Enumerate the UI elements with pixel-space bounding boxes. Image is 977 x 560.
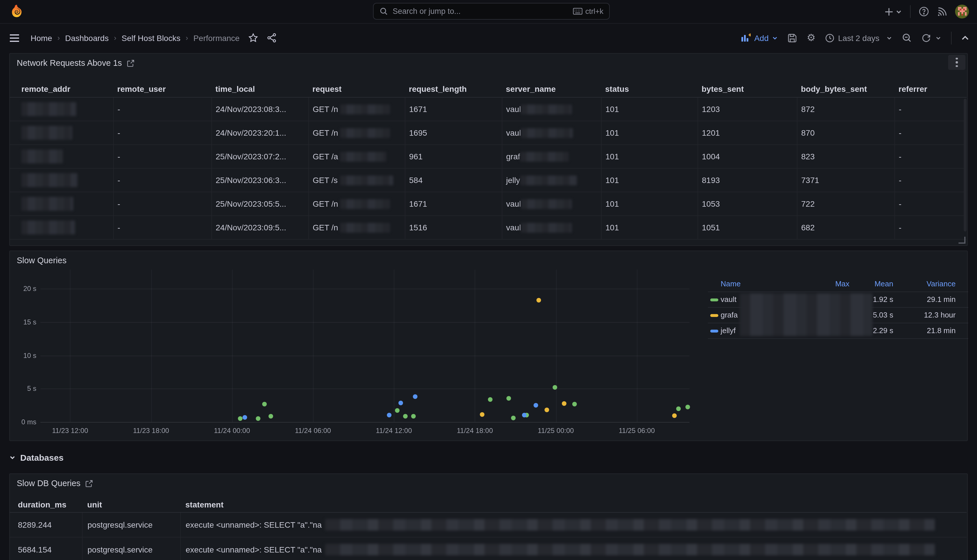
scatter-point-vault[interactable] [403, 414, 408, 418]
x-axis-tick-label: 11/23 12:00 [44, 427, 96, 435]
legend-mean-value: 2.29 s [873, 326, 893, 335]
panel-menu-kebab-icon[interactable] [948, 55, 965, 70]
zoom-out-time-icon[interactable] [902, 33, 912, 43]
legend-header-mean[interactable]: Mean [875, 279, 893, 288]
table-row: -25/Nov/2023:05:5...GET /n 1671vaul10110… [10, 192, 967, 216]
user-avatar[interactable] [955, 5, 969, 18]
topbar-right-actions [885, 0, 969, 23]
breadcrumb-item-dashboards[interactable]: Dashboards [65, 33, 108, 42]
add-panel-button[interactable]: Add [741, 33, 778, 42]
redacted-legend-names [740, 293, 872, 336]
breadcrumb-item-performance: Performance [193, 33, 240, 42]
column-header-request[interactable]: request [308, 80, 405, 97]
scatter-point-vault[interactable] [268, 414, 273, 418]
help-icon[interactable] [919, 7, 929, 17]
y-axis-tick-label: 5 s [13, 385, 37, 393]
gridline-vertical [394, 270, 394, 422]
table-row: -25/Nov/2023:07:2...GET /a 961graf101100… [10, 145, 967, 168]
scatter-point-grafana[interactable] [544, 408, 549, 412]
column-header-referrer[interactable]: referrer [894, 80, 967, 97]
scatter-point-grafana[interactable] [480, 412, 484, 417]
grafana-dashboard: Search or jump to... ctrl+k [0, 0, 977, 560]
column-header-server_name[interactable]: server_name [502, 80, 601, 97]
column-header-bytes_sent[interactable]: bytes_sent [697, 80, 797, 97]
scatter-point-vault[interactable] [511, 416, 516, 421]
collapse-topbar-caret-icon[interactable] [961, 35, 969, 40]
scatter-point-grafana[interactable] [672, 413, 677, 418]
redacted-text [340, 104, 390, 114]
breadcrumb-item-home[interactable]: Home [31, 33, 52, 42]
top-navbar: Search or jump to... ctrl+k [0, 0, 977, 24]
scatter-point-grafana[interactable] [536, 298, 541, 303]
redacted-text [520, 175, 577, 185]
column-header-unit[interactable]: unit [82, 497, 180, 512]
row-section-databases[interactable]: Databases [9, 450, 63, 464]
external-link-icon[interactable] [127, 59, 135, 67]
gridline-vertical [151, 270, 152, 422]
redacted-text [340, 199, 390, 209]
legend-series-name[interactable]: jellyf [720, 326, 736, 335]
legend-series-name[interactable]: vault [720, 295, 737, 304]
grafana-logo-icon[interactable] [9, 4, 24, 19]
panel-title[interactable]: Slow DB Queries [17, 478, 93, 488]
scatter-point-vault[interactable] [256, 416, 261, 421]
scatter-point-vault[interactable] [395, 408, 400, 413]
panel-resize-handle[interactable] [959, 237, 965, 243]
column-header-statement[interactable]: statement [180, 497, 967, 512]
column-header-body_bytes_sent[interactable]: body_bytes_sent [797, 80, 894, 97]
legend-header-max[interactable]: Max [835, 279, 849, 288]
breadcrumb-separator: › [57, 33, 60, 42]
external-link-icon[interactable] [86, 480, 93, 487]
scatter-point-vault[interactable] [685, 405, 690, 409]
scatter-point-jellyfin[interactable] [387, 413, 392, 418]
legend-header-variance[interactable]: Variance [927, 279, 955, 288]
new-item-button[interactable] [885, 7, 902, 16]
x-axis-tick-label: 11/24 00:00 [206, 427, 258, 435]
scatter-point-vault[interactable] [676, 407, 681, 411]
menu-hamburger-icon[interactable] [9, 34, 20, 42]
column-header-duration_ms[interactable]: duration_ms [10, 497, 82, 512]
redacted-text [22, 220, 75, 234]
refresh-button[interactable] [922, 33, 941, 42]
share-icon[interactable] [267, 33, 277, 43]
gridline-vertical [313, 270, 313, 422]
redacted-text [521, 128, 573, 138]
dashboard-settings-gear-icon[interactable]: ⚙ [807, 32, 815, 44]
column-header-request_length[interactable]: request_length [405, 80, 502, 97]
save-dashboard-button[interactable] [788, 33, 797, 42]
search-input[interactable]: Search or jump to... ctrl+k [373, 3, 610, 20]
scatter-point-jellyfin[interactable] [534, 403, 539, 407]
column-header-remote_user[interactable]: remote_user [113, 80, 211, 97]
scatter-point-jellyfin[interactable] [242, 415, 247, 420]
topbar-divider [910, 5, 910, 18]
column-header-time_local[interactable]: time_local [211, 80, 308, 97]
scatter-point-vault[interactable] [572, 402, 577, 406]
news-rss-icon[interactable] [937, 7, 947, 17]
table-header-row: remote_addrremote_usertime_localrequestr… [10, 80, 967, 97]
scatter-point-grafana[interactable] [562, 401, 567, 406]
scatter-point-vault[interactable] [411, 414, 416, 418]
legend-header-name[interactable]: Name [720, 279, 740, 288]
search-shortcut: ctrl+k [572, 7, 604, 16]
star-favorite-icon[interactable] [248, 33, 258, 43]
scatter-point-vault[interactable] [507, 396, 511, 401]
column-header-status[interactable]: status [601, 80, 697, 97]
panel-title[interactable]: Network Requests Above 1s [17, 58, 135, 68]
table-row: -24/Nov/2023:20:1...GET /n 1695vaul10112… [10, 121, 967, 145]
scatter-point-vault[interactable] [238, 416, 242, 421]
gridline-vertical [232, 270, 233, 422]
gridline-vertical [556, 270, 556, 422]
y-axis-tick-label: 0 ms [13, 418, 37, 426]
time-range-picker[interactable]: Last 2 days [825, 33, 892, 42]
scatter-point-vault[interactable] [262, 402, 267, 406]
column-header-remote_addr[interactable]: remote_addr [10, 80, 113, 97]
table-scrollbar[interactable] [964, 99, 967, 232]
scatter-point-jellyfin[interactable] [413, 394, 417, 399]
chevron-down-icon [772, 35, 778, 41]
scatter-point-vault[interactable] [488, 397, 493, 402]
legend-series-name[interactable]: grafa [720, 311, 738, 319]
breadcrumb: Home›Dashboards›Self Host Blocks›Perform… [9, 24, 277, 52]
table-row: -25/Nov/2023:06:3...GET /s 584jelly10181… [10, 168, 967, 192]
breadcrumb-item-self-host-blocks[interactable]: Self Host Blocks [122, 33, 180, 42]
scatter-point-jellyfin[interactable] [399, 401, 403, 405]
